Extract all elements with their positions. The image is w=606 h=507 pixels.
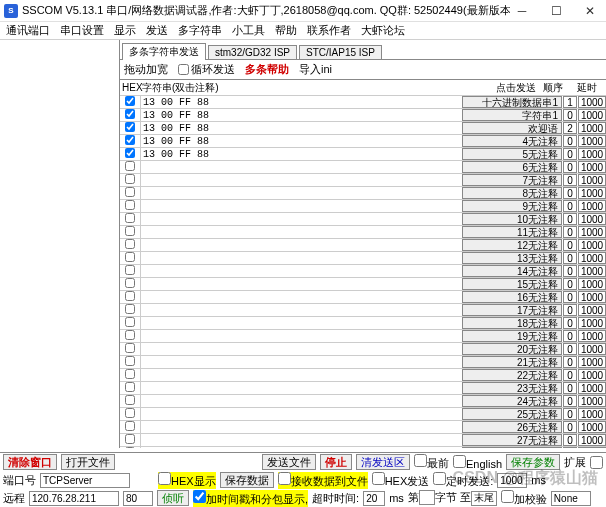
tab-multistring[interactable]: 多条字符串发送 <box>122 43 206 60</box>
stop-button[interactable]: 停止 <box>320 454 352 470</box>
row-delay-cell[interactable]: 1000 <box>578 356 606 368</box>
row-hex-checkbox[interactable] <box>125 447 135 448</box>
row-order-cell[interactable]: 0 <box>563 161 577 173</box>
row-string-cell[interactable] <box>140 304 462 316</box>
row-hex-checkbox[interactable] <box>125 187 135 197</box>
row-string-cell[interactable] <box>140 317 462 329</box>
menu-item-6[interactable]: 帮助 <box>275 23 297 38</box>
row-hex-checkbox[interactable] <box>125 343 135 353</box>
row-order-cell[interactable]: 0 <box>563 226 577 238</box>
row-order-cell[interactable]: 0 <box>563 291 577 303</box>
menu-item-4[interactable]: 多字符串 <box>178 23 222 38</box>
hex-send-checkbox[interactable]: HEX发送 <box>372 472 430 489</box>
row-string-cell[interactable]: 13 00 FF 88 <box>140 96 462 108</box>
row-order-cell[interactable]: 0 <box>563 265 577 277</box>
row-order-cell[interactable]: 0 <box>563 343 577 355</box>
row-delay-cell[interactable]: 1000 <box>578 421 606 433</box>
row-order-cell[interactable]: 0 <box>563 135 577 147</box>
row-hex-checkbox[interactable] <box>125 252 135 262</box>
row-delay-cell[interactable]: 1000 <box>578 382 606 394</box>
row-delay-cell[interactable]: 1000 <box>578 148 606 160</box>
timestamp-packet-checkbox[interactable]: 加时间戳和分包显示, <box>193 490 308 507</box>
row-hex-checkbox[interactable] <box>125 109 135 119</box>
row-send-button[interactable]: 27无注释 <box>462 434 562 446</box>
tab-stc[interactable]: STC/IAP15 ISP <box>299 45 382 59</box>
row-string-cell[interactable] <box>140 291 462 303</box>
remote-ip-input[interactable] <box>29 491 119 506</box>
row-delay-cell[interactable]: 1000 <box>578 239 606 251</box>
row-send-button[interactable]: 4无注释 <box>462 135 562 147</box>
row-hex-checkbox[interactable] <box>125 278 135 288</box>
row-order-cell[interactable]: 0 <box>563 330 577 342</box>
clear-send-button[interactable]: 清发送区 <box>356 454 410 470</box>
row-send-button[interactable]: 19无注释 <box>462 330 562 342</box>
timed-send-value[interactable] <box>497 473 527 488</box>
row-order-cell[interactable]: 0 <box>563 356 577 368</box>
row-hex-checkbox[interactable] <box>125 421 135 431</box>
row-hex-checkbox[interactable] <box>125 161 135 171</box>
row-order-cell[interactable]: 0 <box>563 421 577 433</box>
menu-item-8[interactable]: 大虾论坛 <box>361 23 405 38</box>
row-send-button[interactable]: 12无注释 <box>462 239 562 251</box>
timed-send-checkbox[interactable]: 定时发送: <box>433 472 493 489</box>
row-hex-checkbox[interactable] <box>125 226 135 236</box>
row-hex-checkbox[interactable] <box>125 148 135 158</box>
row-delay-cell[interactable]: 1000 <box>578 265 606 277</box>
row-delay-cell[interactable]: 1000 <box>578 369 606 381</box>
row-order-cell[interactable]: 2 <box>563 122 577 134</box>
menu-item-3[interactable]: 发送 <box>146 23 168 38</box>
row-send-button[interactable]: 欢迎语 <box>462 122 562 134</box>
recv-to-file-checkbox[interactable]: 接收数据到文件 <box>278 472 368 489</box>
expand-label[interactable]: 扩展 <box>564 455 586 470</box>
row-order-cell[interactable]: 0 <box>563 369 577 381</box>
row-order-cell[interactable]: 0 <box>563 304 577 316</box>
row-string-cell[interactable] <box>140 239 462 251</box>
row-order-cell[interactable]: 0 <box>563 382 577 394</box>
row-delay-cell[interactable]: 1000 <box>578 304 606 316</box>
timeout-input[interactable] <box>363 491 385 506</box>
byte-to-input[interactable] <box>471 491 497 506</box>
clear-window-button[interactable]: 清除窗口 <box>3 454 57 470</box>
row-string-cell[interactable] <box>140 174 462 186</box>
close-icon[interactable]: ✕ <box>578 4 602 18</box>
row-string-cell[interactable] <box>140 356 462 368</box>
row-delay-cell[interactable]: 1000 <box>578 226 606 238</box>
row-send-button[interactable]: 13无注释 <box>462 252 562 264</box>
row-send-button[interactable]: 14无注释 <box>462 265 562 277</box>
row-hex-checkbox[interactable] <box>125 265 135 275</box>
row-delay-cell[interactable]: 1000 <box>578 213 606 225</box>
row-delay-cell[interactable]: 1000 <box>578 187 606 199</box>
row-send-button[interactable]: 十六进制数据串1 <box>462 96 562 108</box>
row-hex-checkbox[interactable] <box>125 395 135 405</box>
row-string-cell[interactable] <box>140 213 462 225</box>
row-delay-cell[interactable]: 1000 <box>578 317 606 329</box>
row-send-button[interactable]: 25无注释 <box>462 408 562 420</box>
row-string-cell[interactable]: 13 00 FF 88 <box>140 135 462 147</box>
hex-show-checkbox[interactable]: HEX显示 <box>158 472 216 489</box>
row-string-cell[interactable] <box>140 434 462 446</box>
row-order-cell[interactable]: 0 <box>563 434 577 446</box>
import-ini-button[interactable]: 导入ini <box>299 62 332 77</box>
row-delay-cell[interactable]: 1000 <box>578 434 606 446</box>
row-order-cell[interactable]: 0 <box>563 278 577 290</box>
port-select[interactable] <box>40 473 130 488</box>
row-order-cell[interactable]: 0 <box>563 239 577 251</box>
row-order-cell[interactable]: 0 <box>563 174 577 186</box>
row-send-button[interactable]: 26无注释 <box>462 421 562 433</box>
remote-port-input[interactable] <box>123 491 153 506</box>
send-grid[interactable]: 13 00 FF 88十六进制数据串11100013 00 FF 88字符串10… <box>120 96 606 448</box>
row-string-cell[interactable] <box>140 252 462 264</box>
row-string-cell[interactable] <box>140 278 462 290</box>
row-send-button[interactable]: 22无注释 <box>462 369 562 381</box>
menu-item-0[interactable]: 通讯端口 <box>6 23 50 38</box>
row-delay-cell[interactable]: 1000 <box>578 174 606 186</box>
row-send-button[interactable]: 15无注释 <box>462 278 562 290</box>
checksum-checkbox[interactable]: 加校验 <box>501 490 547 507</box>
row-delay-cell[interactable]: 1000 <box>578 135 606 147</box>
row-send-button[interactable]: 9无注释 <box>462 200 562 212</box>
row-hex-checkbox[interactable] <box>125 434 135 444</box>
row-delay-cell[interactable]: 1000 <box>578 395 606 407</box>
menu-item-1[interactable]: 串口设置 <box>60 23 104 38</box>
menu-item-2[interactable]: 显示 <box>114 23 136 38</box>
row-send-button[interactable]: 24无注释 <box>462 395 562 407</box>
